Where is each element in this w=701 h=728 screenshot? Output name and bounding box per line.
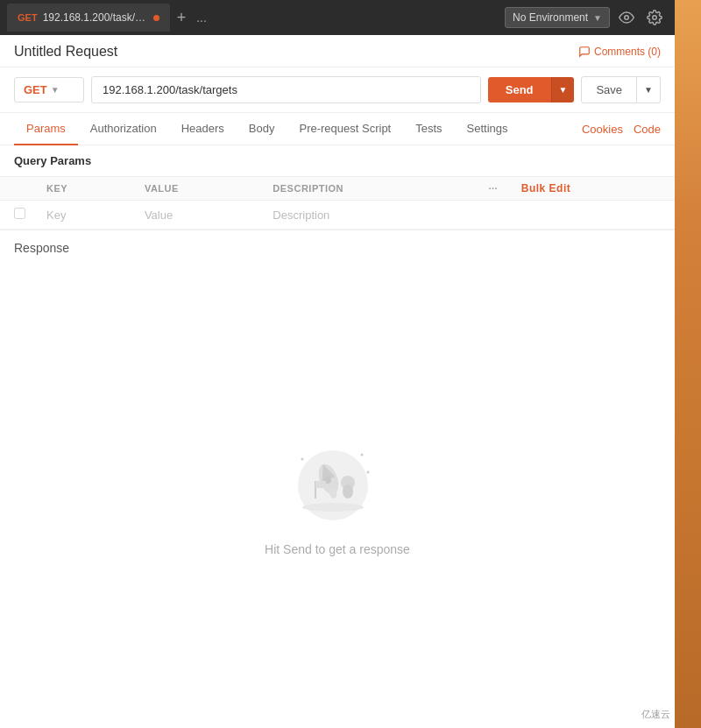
params-description-placeholder: Description [273,209,329,222]
svg-point-1 [653,16,657,20]
tabs-right-actions: Cookies Code [582,123,661,136]
empty-response-state: Hit Send to get a response [0,265,675,728]
tab-url-label: 192.168.1.200/task/targets [43,11,148,24]
more-tabs-button[interactable]: ... [193,11,210,25]
method-chevron-icon: ▼ [51,85,60,95]
tab-pre-request-script[interactable]: Pre-request Script [287,113,403,145]
code-link[interactable]: Code [634,123,661,136]
eye-icon [619,10,634,25]
params-checkbox-col-header [0,177,36,201]
save-button[interactable]: Save [581,76,637,103]
request-tab[interactable]: GET 192.168.1.200/task/targets [7,4,170,32]
send-button-group: Send ▼ [488,77,575,102]
params-key-cell[interactable]: Key [36,201,134,230]
svg-point-14 [367,471,370,474]
bulk-edit-header: Bulk Edit [511,177,675,201]
top-bar: GET 192.168.1.200/task/targets + ... No … [0,0,675,35]
bulk-edit-link[interactable]: Bulk Edit [521,182,571,194]
empty-illustration-svg [285,437,390,525]
top-right-controls: No Environment ▼ [496,0,675,35]
tab-headers[interactable]: Headers [169,113,237,145]
watermark: 亿速云 [641,708,670,721]
settings-button[interactable] [643,6,666,29]
svg-point-12 [301,458,304,461]
save-dropdown-button[interactable]: ▼ [637,76,661,103]
method-value: GET [24,83,47,96]
tab-body[interactable]: Body [237,113,287,145]
empty-response-text: Hit Send to get a response [265,542,410,556]
svg-point-13 [361,454,364,456]
gear-icon [647,10,662,25]
save-button-group: Save ▼ [581,76,661,103]
eye-button[interactable] [615,6,638,29]
comments-icon [578,46,591,58]
tabs-area: GET 192.168.1.200/task/targets + ... [0,0,496,35]
params-key-header: KEY [36,177,134,201]
comments-label: Comments (0) [594,46,661,58]
env-chevron-icon: ▼ [593,13,602,23]
bg-decoration [675,0,701,728]
tab-tests[interactable]: Tests [403,113,454,145]
tab-unsaved-dot [153,15,159,21]
params-actions-header: ··· [476,177,511,201]
tab-params[interactable]: Params [14,113,78,145]
params-table: KEY VALUE DESCRIPTION ··· Bulk Edit Key [0,176,675,230]
params-row-actions-cell [476,201,511,230]
environment-selector[interactable]: No Environment ▼ [505,7,610,28]
params-row-checkbox-cell [0,201,36,230]
svg-point-8 [343,484,353,498]
request-tabs-bar: Params Authorization Headers Body Pre-re… [0,113,675,145]
send-dropdown-button[interactable]: ▼ [551,77,575,102]
params-placeholder-row: Key Value Description [0,201,675,230]
comments-link[interactable]: Comments (0) [578,46,661,58]
params-description-cell[interactable]: Description [262,201,475,230]
query-params-title: Query Params [0,145,675,176]
tab-settings[interactable]: Settings [455,113,520,145]
params-key-placeholder: Key [46,209,66,222]
params-value-cell[interactable]: Value [134,201,262,230]
tab-method-label: GET [18,12,38,23]
add-tab-button[interactable]: + [173,10,190,25]
params-description-header: DESCRIPTION [262,177,475,201]
params-value-placeholder: Value [145,209,173,222]
url-input[interactable] [91,76,481,103]
more-actions-icon: ··· [488,183,498,194]
response-section-title: Response [0,230,675,265]
request-title-area: Untitled Request Comments (0) [0,35,675,67]
method-selector[interactable]: GET ▼ [14,77,84,102]
tab-authorization[interactable]: Authorization [78,113,169,145]
cookies-link[interactable]: Cookies [582,123,623,136]
empty-illustration [285,437,390,525]
params-row-extra-cell [511,201,675,230]
request-title: Untitled Request [14,44,117,60]
svg-point-0 [625,16,629,20]
main-container: GET 192.168.1.200/task/targets + ... No … [0,0,675,728]
params-value-header: VALUE [134,177,262,201]
svg-point-11 [302,503,364,512]
send-button[interactable]: Send [488,77,551,102]
svg-rect-10 [315,481,326,488]
params-row-checkbox[interactable] [14,208,25,219]
env-label: No Environment [513,11,588,24]
url-bar: GET ▼ Send ▼ Save ▼ [0,67,675,113]
